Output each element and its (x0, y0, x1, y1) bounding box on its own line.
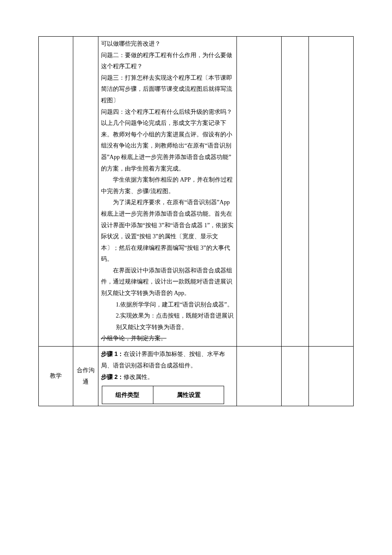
cell-col-e (282, 37, 309, 347)
cell-content-2: 步骤 1：在设计界面中添加标签、按钮、水平布局、语音识别器和语音合成器组件。 步… (98, 347, 237, 406)
cell-col-f (309, 37, 354, 347)
text-paragraph: 学生依据方案制作相应的 APP，并在制作过程中完善方案、步骤/流程图。 (101, 174, 234, 197)
text-line: 可以做哪些完善改进？ (101, 38, 234, 50)
cell-stage-label: 教学 (39, 347, 73, 406)
step-line: 步骤 1：在设计界面中添加标签、按钮、水平布局、语音识别器和语音合成器组件。 (101, 348, 234, 371)
table-row: 组件类型 属性设置 (102, 386, 224, 404)
table-row: 教学 合作沟通 步骤 1：在设计界面中添加标签、按钮、水平布局、语音识别器和语音… (39, 347, 354, 406)
table-row: 可以做哪些完善改进？ 问题二：要做的程序工程有什么作用，为什么要做这个程序工程？… (39, 37, 354, 347)
text-line: 问题三：打算怎样去实现这个程序工程〔本节课即简洁的写步骤，后面哪节课变成流程图后… (101, 72, 234, 107)
cell-col-b (73, 37, 98, 347)
text-paragraph: 为了满足程序要求，在原有“语音识别器”App 根底上进一步完善并添加语音合成器功… (101, 197, 234, 265)
text-line: 以上几个问题争论完成后，形成文字方案记录下来。教师对每个小组的方案进展点评。假设… (101, 118, 234, 174)
step-line: 步骤 2：修改属性。 (101, 371, 234, 383)
text-line: 问题四：这个程序工程有什么后续升级的需求吗？ (101, 107, 234, 118)
cell-col-a (39, 37, 73, 347)
header-property-setting: 属性设置 (153, 386, 224, 404)
cell-col-d (237, 347, 282, 406)
header-component-type: 组件类型 (102, 386, 153, 404)
list-item: 2.实现效果为：点击按钮，既能对语音进展识别又能让文字转换为语音。 (101, 310, 234, 333)
text-strikethrough: 小组争论，并制定方案。 (101, 333, 234, 344)
lesson-plan-table: 可以做哪些完善改进？ 问题二：要做的程序工程有什么作用，为什么要做这个程序工程？… (38, 36, 354, 406)
cell-content-1: 可以做哪些完善改进？ 问题二：要做的程序工程有什么作用，为什么要做这个程序工程？… (98, 37, 237, 347)
cell-col-d (237, 37, 282, 347)
cell-col-e (282, 347, 309, 406)
cell-col-f (309, 347, 354, 406)
step-label: 步骤 2： (101, 373, 124, 380)
property-table: 组件类型 属性设置 (102, 386, 225, 405)
step-label: 步骤 1： (101, 350, 124, 357)
page-container: 可以做哪些完善改进？ 问题二：要做的程序工程有什么作用，为什么要做这个程序工程？… (0, 0, 392, 423)
text-line: 问题二：要做的程序工程有什么作用，为什么要做这个程序工程？ (101, 50, 234, 72)
step-text: 修改属性。 (124, 374, 153, 380)
cell-method-label: 合作沟通 (73, 347, 98, 406)
text-paragraph: 在界面设计中添加语音识别器和语音合成器组件，通过规律编程，设计出一款既能对语音进… (101, 265, 234, 299)
list-item: 1.依据所学学问，建工程“语音识别合成器”。 (101, 299, 234, 311)
